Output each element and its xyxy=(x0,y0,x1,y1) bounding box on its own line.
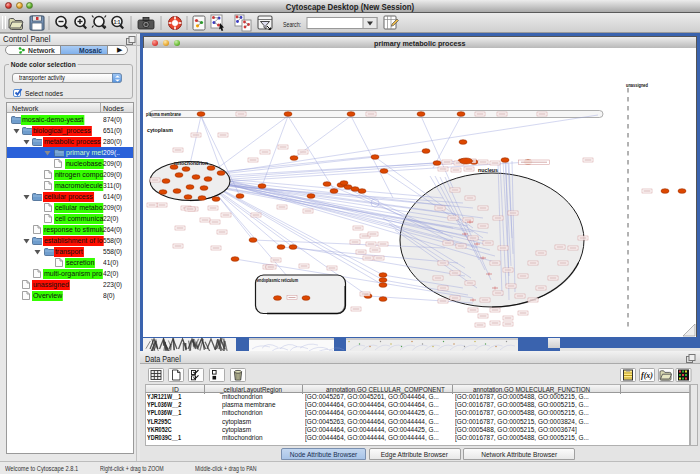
svg-text:endoplasmic reticulum: endoplasmic reticulum xyxy=(257,277,298,283)
svg-text:cytoplasm: cytoplasm xyxy=(147,127,173,133)
svg-text:1:1: 1:1 xyxy=(114,20,121,25)
svg-text:Search:: Search: xyxy=(283,20,301,29)
svg-text:nucleus: nucleus xyxy=(478,167,498,173)
svg-text:plasma membrane: plasma membrane xyxy=(146,111,181,117)
svg-text:unassigned: unassigned xyxy=(626,82,648,88)
svg-text:mitochondrion: mitochondrion xyxy=(174,160,208,166)
svg-text:f(x): f(x) xyxy=(641,371,653,380)
